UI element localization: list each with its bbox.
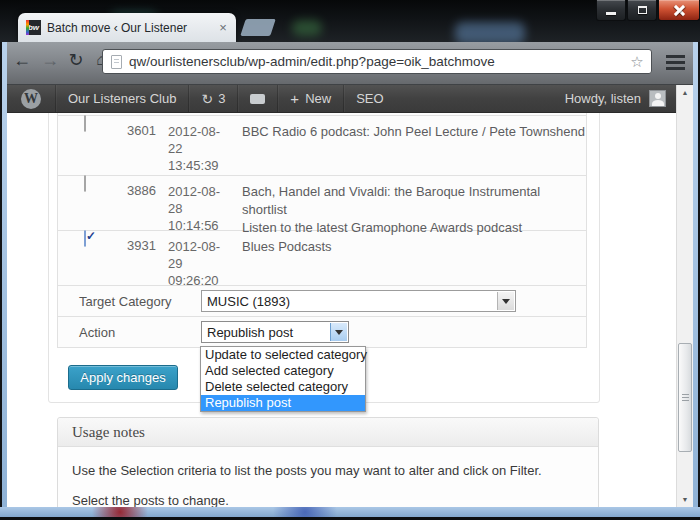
action-value: Republish post <box>207 325 293 340</box>
usage-notes-body: Use the Selection criteria to list the p… <box>58 447 598 507</box>
site-name: Our Listeners Club <box>68 91 176 106</box>
page-scrollbar[interactable]: ▲ ▼ <box>676 85 693 507</box>
row-checkbox[interactable] <box>84 175 86 192</box>
posts-table: 3601 2012-08-22 13:45:39 BBC Radio 6 pod… <box>57 113 587 348</box>
bookmark-star-icon[interactable]: ☆ <box>627 53 647 71</box>
post-date: 2012-08-22 13:45:39 <box>168 116 230 175</box>
window-border <box>693 42 698 508</box>
new-label: New <box>305 91 331 106</box>
post-title: BBC Radio 6 podcast: John Peel Lecture /… <box>242 116 586 175</box>
chevron-down-icon[interactable] <box>330 323 347 341</box>
action-select[interactable]: Republish post <box>201 321 349 343</box>
usage-notes-line1: Use the Selection criteria to list the p… <box>72 463 584 479</box>
account-menu[interactable]: Howdy, listen <box>553 85 676 112</box>
reload-button[interactable]: ↻ <box>63 47 89 74</box>
howdy-text: Howdy, listen <box>565 91 641 106</box>
minimize-button[interactable] <box>596 0 626 21</box>
desktop-glow <box>455 22 525 44</box>
table-row: 3886 2012-08-28 10:14:56 Bach, Handel an… <box>58 176 586 231</box>
updates-icon: ↻ <box>201 91 213 107</box>
post-id: 3601 <box>102 116 156 175</box>
row-checkbox[interactable] <box>84 230 86 247</box>
back-button[interactable]: ← <box>9 47 35 74</box>
usage-notes-panel: Usage notes Use the Selection criteria t… <box>57 417 599 507</box>
dropdown-option[interactable]: Delete selected category <box>201 379 365 395</box>
maximize-button[interactable] <box>627 0 657 21</box>
new-tab-button[interactable] <box>240 19 276 36</box>
page-icon <box>111 55 122 69</box>
tab-close-icon[interactable]: × <box>216 21 230 35</box>
window-border <box>2 42 7 508</box>
target-category-select[interactable]: MUSIC (1893) <box>201 290 516 312</box>
address-bar[interactable]: qw/ourlistenersclub/wp-admin/edit.php?pa… <box>102 49 652 74</box>
scroll-down-icon[interactable]: ▼ <box>677 492 693 507</box>
post-title-line1: Bach, Handel and Vivaldi: the Baroque In… <box>242 183 586 219</box>
post-id: 3931 <box>102 231 156 285</box>
user-avatar <box>649 90 666 107</box>
window-controls <box>596 0 700 23</box>
usage-notes-line2: Select the posts to change. <box>72 493 584 507</box>
action-label: Action <box>79 325 115 340</box>
chrome-menu-button[interactable] <box>660 51 690 73</box>
minimize-icon <box>606 12 616 15</box>
post-date: 2012-08-28 10:14:56 <box>168 176 230 230</box>
dropdown-option-selected[interactable]: Republish post <box>201 395 365 411</box>
action-dropdown-list: Update to selected category Add selected… <box>200 346 366 412</box>
target-category-label: Target Category <box>79 294 172 309</box>
desktop-glow <box>292 20 322 36</box>
target-category-value: MUSIC (1893) <box>207 294 290 309</box>
comments-menu[interactable] <box>237 85 277 112</box>
scroll-up-icon[interactable]: ▲ <box>677 85 693 100</box>
table-row: 3931 2012-08-29 09:26:20 Blues Podcasts <box>58 231 586 286</box>
dropdown-option[interactable]: Update to selected category <box>201 347 365 363</box>
forward-button[interactable]: → <box>37 47 63 74</box>
wp-logo-menu[interactable]: W <box>7 85 55 112</box>
browser-tab[interactable]: bw Batch move ‹ Our Listener × <box>18 13 236 42</box>
maximize-icon <box>638 6 647 14</box>
table-row: 3601 2012-08-22 13:45:39 BBC Radio 6 pod… <box>58 116 586 176</box>
url-text[interactable]: qw/ourlistenersclub/wp-admin/edit.php?pa… <box>129 54 627 69</box>
seo-menu[interactable]: SEO <box>343 85 395 112</box>
comment-bubble-icon <box>250 94 265 104</box>
window-border <box>0 507 700 517</box>
scrollbar-thumb[interactable] <box>678 343 692 452</box>
wordpress-logo-icon: W <box>21 89 41 109</box>
usage-notes-title: Usage notes <box>58 418 598 447</box>
seo-label: SEO <box>356 91 383 106</box>
new-content-menu[interactable]: + New <box>277 85 343 112</box>
close-icon <box>674 5 685 16</box>
apply-changes-button[interactable]: Apply changes <box>68 365 178 390</box>
post-date: 2012-08-29 09:26:20 <box>168 231 230 285</box>
page-content: 3601 2012-08-22 13:45:39 BBC Radio 6 pod… <box>7 113 676 507</box>
updates-count: 3 <box>218 91 225 106</box>
row-checkbox[interactable] <box>84 115 86 132</box>
post-title: Bach, Handel and Vivaldi: the Baroque In… <box>242 176 586 230</box>
plus-icon: + <box>290 90 299 107</box>
dropdown-option[interactable]: Add selected category <box>201 363 365 379</box>
chevron-down-icon[interactable] <box>497 292 514 310</box>
target-category-row: Target Category MUSIC (1893) <box>58 286 586 317</box>
site-favicon-icon: bw <box>26 20 41 35</box>
browser-window: bw Batch move ‹ Our Listener × ← → ↻ ⌂ q… <box>0 0 700 520</box>
site-name-menu[interactable]: Our Listeners Club <box>55 85 188 112</box>
post-id: 3886 <box>102 176 156 230</box>
updates-menu[interactable]: ↻ 3 <box>188 85 237 112</box>
wp-admin-bar: W Our Listeners Club ↻ 3 + New SEO Howdy… <box>7 85 676 113</box>
close-button[interactable] <box>658 0 700 21</box>
tab-title: Batch move ‹ Our Listener <box>47 21 216 35</box>
post-title: Blues Podcasts <box>242 231 586 285</box>
action-row: Action Republish post <box>58 317 586 348</box>
